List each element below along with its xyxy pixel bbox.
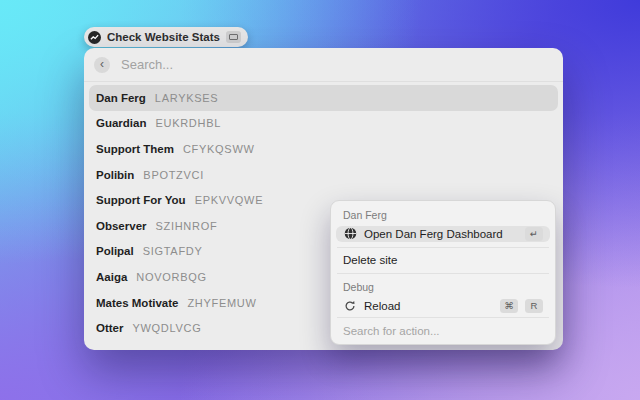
site-name: Support Them (96, 143, 174, 155)
back-button[interactable]: ‹ (94, 57, 110, 73)
action-menu: Dan Ferg Open Dan Ferg Dashboard ↵ Delet… (330, 200, 556, 345)
command-pill-label: Check Website Stats (107, 31, 220, 43)
site-code: EUKRDHBL (155, 117, 221, 129)
reload-action[interactable]: Reload ⌘ R (336, 298, 550, 314)
site-name: Aaiga (96, 271, 127, 283)
globe-icon (343, 227, 357, 241)
divider (337, 247, 549, 248)
cmd-key-badge: ⌘ (500, 299, 518, 313)
site-name: Otter (96, 322, 123, 334)
command-stats-icon (88, 31, 101, 44)
open-dashboard-label: Open Dan Ferg Dashboard (364, 228, 518, 240)
site-code: SZIHNROF (156, 220, 218, 232)
search-header: ‹ (84, 48, 563, 82)
site-name: Guardian (96, 117, 146, 129)
site-code: SIGTAFDY (143, 245, 203, 257)
site-code: EPKVVQWE (195, 194, 264, 206)
site-code: ZHYFEMUW (187, 297, 256, 309)
open-dashboard-action[interactable]: Open Dan Ferg Dashboard ↵ (336, 226, 550, 242)
site-row[interactable]: Support Them CFYKQSWW (89, 136, 558, 162)
site-name: Dan Ferg (96, 92, 146, 104)
site-row[interactable]: Polibin BPOTZVCI (89, 162, 558, 188)
return-key-badge: ↵ (525, 227, 543, 241)
site-row[interactable]: Guardian EUKRDHBL (89, 111, 558, 137)
site-code: YWQDLVCG (132, 322, 201, 334)
site-name: Support For You (96, 194, 186, 206)
site-name: Observer (96, 220, 147, 232)
site-code: LARYKSES (155, 92, 218, 104)
command-pill[interactable]: Check Website Stats (84, 27, 248, 47)
debug-section-title: Debug (331, 279, 555, 298)
site-name: Tasty (96, 348, 125, 350)
site-name: Polibin (96, 169, 134, 181)
action-search-input[interactable] (331, 318, 555, 344)
delete-site-label: Delete site (343, 254, 543, 266)
site-code: BPOTZVCI (143, 169, 204, 181)
site-code: NOVORBQG (136, 271, 206, 283)
divider (337, 273, 549, 274)
reload-icon (343, 299, 357, 313)
delete-site-action[interactable]: Delete site (336, 252, 550, 268)
site-name: Mates Motivate (96, 297, 178, 309)
site-code: KLMPEVER (134, 348, 200, 350)
reload-label: Reload (364, 300, 493, 312)
site-name: Polipal (96, 245, 134, 257)
site-row[interactable]: Dan Ferg LARYKSES (89, 85, 558, 111)
search-input[interactable] (119, 56, 553, 73)
action-section-title: Dan Ferg (331, 201, 555, 226)
printer-icon (226, 31, 241, 43)
chevron-left-icon: ‹ (100, 58, 104, 70)
r-key-badge: R (525, 299, 543, 313)
site-code: CFYKQSWW (183, 143, 255, 155)
